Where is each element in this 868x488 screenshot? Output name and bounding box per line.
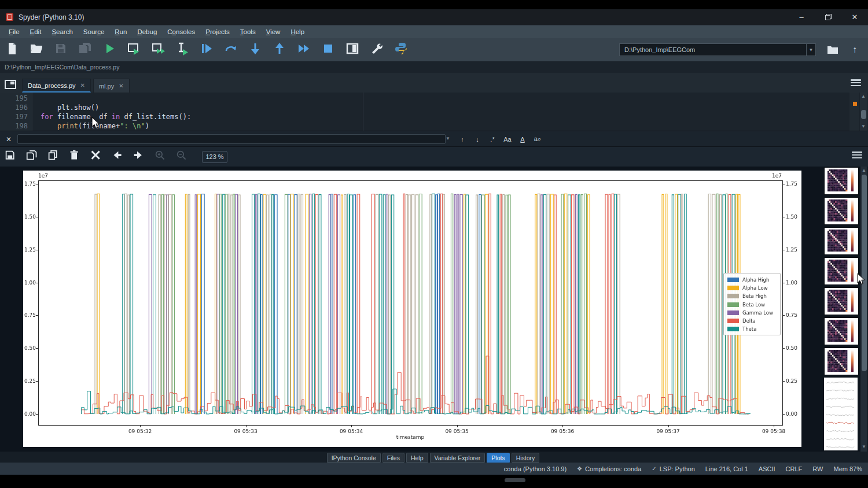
- python-env-button[interactable]: [393, 42, 409, 57]
- plot-thumbnail-lineplot[interactable]: [824, 378, 858, 383]
- tab-close-icon[interactable]: ✕: [80, 82, 85, 88]
- plot-thumbnail-lineplot[interactable]: [824, 418, 858, 424]
- step-return-button[interactable]: [272, 42, 287, 57]
- menu-debug[interactable]: Debug: [132, 27, 162, 37]
- menu-file[interactable]: File: [3, 27, 25, 37]
- whole-words-button[interactable]: A: [516, 134, 529, 145]
- editor-tab-ml-py[interactable]: ml.py✕: [93, 79, 130, 93]
- copy-image-button[interactable]: [46, 150, 60, 164]
- plot-thumbnail-heatmap[interactable]: [824, 317, 859, 345]
- menu-help[interactable]: Help: [285, 27, 310, 37]
- remove-plot-button[interactable]: [68, 150, 82, 164]
- save-button[interactable]: [53, 42, 68, 57]
- fast-forward-button[interactable]: [296, 42, 311, 57]
- menu-edit[interactable]: Edit: [25, 27, 47, 37]
- pane-tab-ipython-console[interactable]: IPython Console: [327, 453, 381, 463]
- maximize-pane-button[interactable]: [345, 42, 360, 57]
- tab-close-icon[interactable]: ✕: [119, 83, 123, 89]
- menu-view[interactable]: View: [261, 27, 286, 37]
- open-file-button[interactable]: [29, 42, 44, 57]
- run-cell-advance-button[interactable]: [150, 42, 165, 57]
- plot-thumbnail-heatmap[interactable]: [824, 257, 859, 285]
- plot-thumbnail-lineplot[interactable]: [824, 394, 858, 400]
- case-sensitive-icon: Aa: [503, 136, 511, 143]
- close-button[interactable]: ✕: [841, 9, 868, 25]
- pane-tab-history[interactable]: History: [512, 453, 540, 463]
- plot-thumbnail-lineplot[interactable]: [824, 442, 858, 448]
- remove-all-plots-button[interactable]: [89, 150, 103, 164]
- plots-options-button[interactable]: [852, 151, 862, 158]
- code-line-197: 197for filename, df in df_list.items():: [0, 112, 868, 121]
- regex-button[interactable]: .*: [486, 134, 499, 145]
- run-selection-button[interactable]: [175, 42, 190, 57]
- plot-thumbnail-heatmap[interactable]: [824, 227, 859, 255]
- menu-projects[interactable]: Projects: [200, 27, 235, 37]
- chevron-down-icon[interactable]: ▼: [806, 44, 815, 56]
- previous-plot-button[interactable]: [111, 150, 124, 164]
- thumb-scroll-down-icon[interactable]: ▼: [862, 444, 866, 449]
- debug-continue-button[interactable]: [223, 42, 238, 57]
- token-keyword: in: [112, 113, 120, 121]
- save-icon: [54, 42, 68, 58]
- next-plot-button[interactable]: [132, 150, 146, 164]
- search-history-caret-icon[interactable]: ▼: [446, 136, 450, 141]
- pane-tab-plots[interactable]: Plots: [487, 453, 509, 463]
- editor-tab-data-process-py[interactable]: Data_process.py✕: [22, 79, 91, 93]
- step-return-icon: [273, 42, 286, 58]
- y-tick-left: 0.25: [23, 378, 36, 384]
- scrollbar-up-icon[interactable]: ▲: [861, 94, 866, 99]
- legend-swatch: [727, 286, 739, 290]
- minimize-button[interactable]: –: [788, 9, 815, 25]
- find-next-button[interactable]: ↓: [471, 134, 484, 145]
- menu-source[interactable]: Source: [78, 27, 109, 37]
- plot-thumbnail-heatmap[interactable]: [824, 167, 859, 195]
- pane-tab-help[interactable]: Help: [406, 453, 428, 463]
- new-file-button[interactable]: [5, 42, 20, 57]
- plot-thumbnail-lineplot[interactable]: [824, 402, 858, 408]
- find-previous-button[interactable]: ↑: [456, 134, 469, 145]
- parent-directory-button[interactable]: ↑: [847, 42, 862, 57]
- legend-entry: Theta: [727, 325, 777, 333]
- step-into-button[interactable]: [248, 42, 263, 57]
- save-all-button[interactable]: [78, 42, 93, 57]
- case-sensitive-button[interactable]: Aa: [501, 134, 514, 145]
- browse-directory-button[interactable]: [825, 42, 840, 57]
- plot-thumbnail-lineplot[interactable]: [824, 426, 858, 432]
- stop-button[interactable]: [321, 42, 336, 57]
- preferences-button[interactable]: [369, 42, 384, 57]
- plot-thumbnail-lineplot[interactable]: [824, 434, 858, 440]
- y-tick-left: 1.50: [23, 214, 36, 220]
- y-tick-left: 1.25: [23, 247, 36, 253]
- thumbnail-scrollbar-thumb[interactable]: [862, 175, 867, 371]
- plot-thumbnail-heatmap[interactable]: [824, 347, 859, 375]
- search-input[interactable]: [17, 134, 446, 144]
- debug-file-button[interactable]: [199, 42, 214, 57]
- save-all-plots-button[interactable]: [25, 150, 39, 164]
- plot-thumbnail-lineplot[interactable]: [824, 386, 858, 391]
- code-editor[interactable]: 195196 plt.show()197for filename, df in …: [0, 93, 868, 131]
- run-cell-button[interactable]: [126, 42, 141, 57]
- pane-tab-variable-explorer[interactable]: Variable Explorer: [430, 453, 486, 463]
- legend-label: Alpha High: [742, 277, 769, 283]
- editor-options-button[interactable]: [851, 79, 861, 86]
- editor-scrollbar-thumb[interactable]: [861, 110, 866, 119]
- menu-search[interactable]: Search: [46, 27, 78, 37]
- find-replace-button[interactable]: a⌕: [531, 134, 544, 145]
- pane-tab-files[interactable]: Files: [382, 453, 404, 463]
- menu-consoles[interactable]: Consoles: [162, 27, 200, 37]
- working-directory-combobox[interactable]: D:\Python_Imp\EEGCom ▼: [619, 43, 816, 56]
- menu-tools[interactable]: Tools: [235, 27, 261, 37]
- close-find-button[interactable]: ✕: [4, 135, 13, 144]
- scrollbar-down-icon[interactable]: ▼: [861, 124, 866, 129]
- run-button[interactable]: [102, 42, 117, 57]
- thumb-scroll-up-icon[interactable]: ▲: [862, 168, 866, 173]
- edge-line: [363, 93, 363, 131]
- plot-thumbnail-lineplot[interactable]: [824, 410, 858, 416]
- menu-run[interactable]: Run: [109, 27, 132, 37]
- browse-tabs-button[interactable]: [5, 80, 16, 89]
- save-plot-button[interactable]: [3, 150, 17, 164]
- code-text: for filename, df in df_list.items():: [41, 112, 191, 121]
- restore-button[interactable]: [815, 9, 841, 25]
- plot-thumbnail-heatmap[interactable]: [824, 287, 859, 315]
- plot-thumbnail-heatmap[interactable]: [824, 197, 859, 225]
